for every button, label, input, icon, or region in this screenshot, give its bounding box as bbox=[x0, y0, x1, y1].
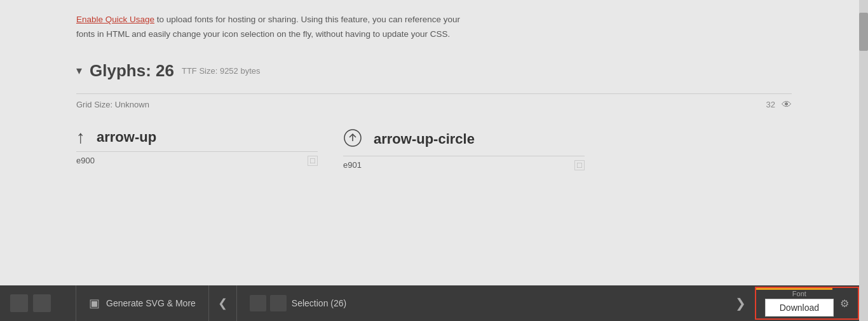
glyph-header-arrow-up: ↑ arrow-up bbox=[76, 128, 318, 146]
scrollbar-thumb[interactable] bbox=[859, 13, 868, 51]
enable-quick-usage-link[interactable]: Enable Quick Usage bbox=[76, 15, 154, 24]
glyph-item-arrow-up: ↑ arrow-up e900 □ bbox=[76, 128, 318, 174]
font-download-area: Font Download bbox=[765, 290, 834, 317]
arrow-left-icon: ❮ bbox=[218, 296, 227, 310]
arrow-up-code-row: e900 □ bbox=[76, 151, 318, 170]
grid-size-right: 32 👁 bbox=[766, 99, 792, 111]
intro-paragraph: Enable Quick Usage to upload fonts for h… bbox=[76, 13, 470, 42]
arrow-left-section[interactable]: ❮ bbox=[209, 285, 237, 321]
gear-icon[interactable]: ⚙ bbox=[840, 297, 849, 310]
glyph-header-arrow-up-circle: arrow-up-circle bbox=[343, 128, 585, 151]
bottom-icons-section bbox=[0, 285, 76, 321]
glyphs-grid: ↑ arrow-up e900 □ arrow-up-circle bbox=[76, 128, 792, 174]
arrow-up-name: arrow-up bbox=[97, 129, 156, 146]
grid-size-row: Grid Size: Unknown 32 👁 bbox=[76, 93, 792, 116]
copy-icon-arrow-up[interactable]: □ bbox=[308, 156, 318, 166]
arrow-right-icon: ❯ bbox=[735, 296, 746, 311]
download-top-bar bbox=[756, 288, 832, 290]
copy-icon-arrow-up-circle[interactable]: □ bbox=[574, 160, 585, 170]
download-section: Font Download ⚙ bbox=[755, 287, 859, 320]
generate-label: Generate SVG & More bbox=[106, 298, 196, 308]
scrollbar[interactable] bbox=[859, 0, 868, 321]
arrow-right-section[interactable]: ❯ bbox=[726, 285, 755, 321]
grid-size-number: 32 bbox=[766, 100, 775, 109]
selection-section: Selection (26) bbox=[237, 285, 726, 321]
download-button[interactable]: Download bbox=[765, 299, 834, 317]
glyphs-title: Glyphs: 26 bbox=[90, 61, 174, 81]
selection-label: Selection (26) bbox=[292, 298, 346, 308]
bottom-icon-2 bbox=[33, 294, 51, 312]
glyph-item-arrow-up-circle: arrow-up-circle e901 □ bbox=[343, 128, 585, 174]
arrow-up-circle-code: e901 bbox=[343, 160, 362, 170]
arrow-up-circle-code-row: e901 □ bbox=[343, 156, 585, 174]
arrow-up-circle-symbol bbox=[343, 128, 362, 151]
generate-section[interactable]: ▣ Generate SVG & More bbox=[76, 285, 209, 321]
ttf-size-label: TTF Size: 9252 bytes bbox=[182, 66, 261, 76]
arrow-up-symbol: ↑ bbox=[76, 128, 85, 146]
font-label: Font bbox=[792, 290, 806, 297]
main-content: Enable Quick Usage to upload fonts for h… bbox=[0, 0, 868, 174]
sel-icon-1 bbox=[250, 295, 266, 311]
sel-icon-2 bbox=[270, 295, 287, 311]
arrow-up-code: e900 bbox=[76, 156, 95, 165]
bottom-icon-1 bbox=[10, 294, 28, 312]
eye-icon[interactable]: 👁 bbox=[782, 99, 792, 111]
glyphs-header: ▾ Glyphs: 26 TTF Size: 9252 bytes bbox=[76, 61, 792, 81]
bottom-bar: ▣ Generate SVG & More ❮ Selection (26) ❯… bbox=[0, 285, 859, 321]
chevron-down-icon[interactable]: ▾ bbox=[76, 64, 82, 78]
selection-icons bbox=[250, 295, 287, 311]
arrow-up-circle-name: arrow-up-circle bbox=[374, 131, 475, 147]
grid-size-label: Grid Size: Unknown bbox=[76, 100, 149, 109]
generate-icon: ▣ bbox=[89, 296, 100, 310]
